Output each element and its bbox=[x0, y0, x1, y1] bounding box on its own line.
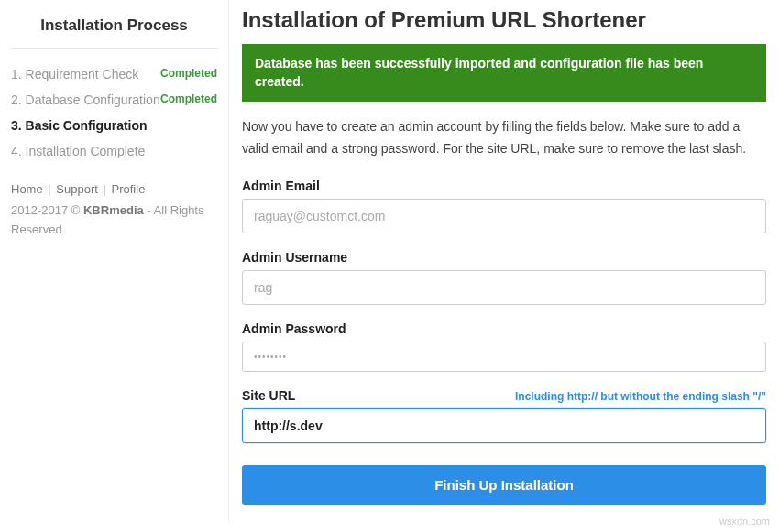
profile-link[interactable]: Profile bbox=[112, 182, 146, 196]
sidebar: Installation Process 1. Requirement Chec… bbox=[0, 0, 229, 523]
step-basic-configuration: 3. Basic Configuration bbox=[11, 113, 217, 138]
admin-email-group: Admin Email bbox=[242, 179, 766, 233]
footer-links: Home | Support | Profile bbox=[11, 182, 217, 196]
intro-text: Now you have to create an admin account … bbox=[242, 116, 766, 160]
copyright: 2012-2017 © KBRmedia - All Rights Reserv… bbox=[11, 201, 217, 240]
step-status: Completed bbox=[160, 92, 217, 105]
step-status: Completed bbox=[160, 67, 217, 80]
step-label: 1. Requirement Check bbox=[11, 67, 138, 81]
separator: | bbox=[48, 182, 50, 196]
brand-name: KBRmedia bbox=[83, 203, 144, 217]
sidebar-title: Installation Process bbox=[11, 9, 217, 49]
main-content: Installation of Premium URL Shortener Da… bbox=[229, 0, 779, 523]
finish-installation-button[interactable]: Finish Up Installation bbox=[242, 465, 766, 505]
step-label: 3. Basic Configuration bbox=[11, 118, 148, 133]
step-requirement-check: 1. Requirement Check Completed bbox=[11, 61, 217, 87]
admin-username-group: Admin Username bbox=[242, 250, 766, 305]
watermark: wsxdn.com bbox=[719, 516, 770, 523]
site-url-input[interactable] bbox=[242, 408, 766, 443]
step-installation-complete: 4. Installation Complete bbox=[11, 138, 217, 164]
site-url-group: Site URL Including http:// but without t… bbox=[242, 388, 766, 443]
success-alert: Database has been successfully imported … bbox=[242, 44, 766, 102]
admin-username-label: Admin Username bbox=[242, 250, 347, 265]
admin-password-label: Admin Password bbox=[242, 321, 346, 336]
site-url-hint: Including http:// but without the ending… bbox=[515, 390, 766, 403]
step-label: 4. Installation Complete bbox=[11, 144, 145, 158]
step-label: 2. Database Configuration bbox=[11, 92, 160, 107]
admin-username-input[interactable] bbox=[242, 270, 766, 305]
page-title: Installation of Premium URL Shortener bbox=[242, 7, 766, 33]
home-link[interactable]: Home bbox=[11, 182, 43, 196]
install-steps: 1. Requirement Check Completed 2. Databa… bbox=[11, 61, 217, 164]
admin-email-label: Admin Email bbox=[242, 179, 320, 193]
site-url-label: Site URL bbox=[242, 388, 295, 403]
admin-email-input[interactable] bbox=[242, 199, 766, 233]
admin-password-input[interactable] bbox=[242, 342, 766, 372]
support-link[interactable]: Support bbox=[56, 182, 98, 196]
admin-password-group: Admin Password bbox=[242, 321, 766, 372]
step-database-configuration: 2. Database Configuration Completed bbox=[11, 87, 217, 113]
separator: | bbox=[104, 182, 106, 196]
